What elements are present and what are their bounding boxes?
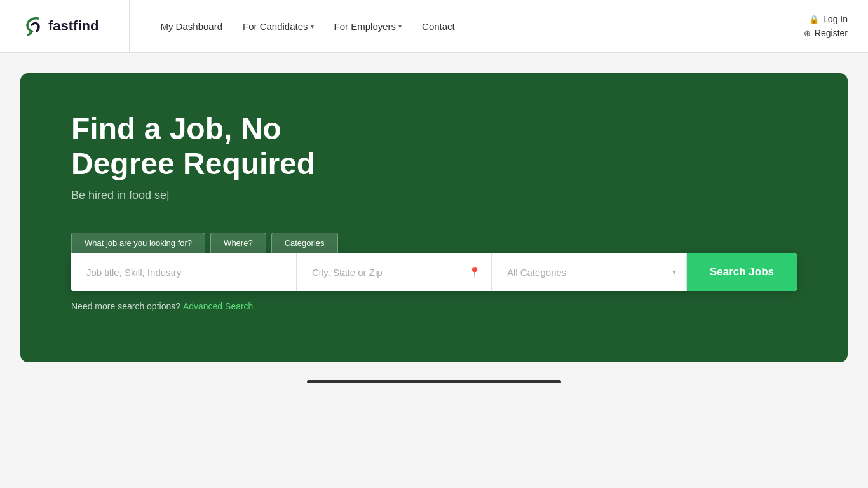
chevron-down-icon: ▾: [398, 23, 402, 30]
job-label: What job are you looking for?: [71, 233, 205, 253]
location-wrapper: 📍: [297, 253, 492, 291]
header-right: 🔒 Log In ⊕ Register: [783, 0, 848, 53]
advanced-search-link[interactable]: Advanced Search: [183, 301, 254, 311]
lock-icon: 🔒: [809, 15, 819, 24]
nav-menu: My Dashboard For Candidates ▾ For Employ…: [160, 21, 454, 32]
header: fastfind My Dashboard For Candidates ▾ F…: [0, 0, 868, 53]
nav-item-contact[interactable]: Contact: [422, 21, 455, 32]
hero-section: Find a Job, No Degree Required Be hired …: [20, 73, 848, 362]
category-select[interactable]: All Categories Food Service Retail Wareh…: [492, 254, 686, 290]
search-jobs-button[interactable]: Search Jobs: [687, 253, 797, 291]
register-link[interactable]: ⊕ Register: [804, 28, 848, 38]
category-label: Categories: [271, 233, 338, 253]
location-input[interactable]: [297, 254, 491, 290]
login-link[interactable]: 🔒 Log In: [809, 14, 848, 24]
logo-area: fastfind: [20, 0, 130, 53]
logo-text: fastfind: [48, 18, 98, 34]
scroll-indicator: [0, 372, 868, 383]
nav-item-dashboard[interactable]: My Dashboard: [160, 21, 222, 32]
nav-item-candidates[interactable]: For Candidates ▾: [243, 21, 314, 32]
location-label: Where?: [210, 233, 266, 253]
hero-subtitle: Be hired in food se|: [71, 189, 797, 202]
chevron-down-icon: ▾: [311, 23, 314, 30]
job-search-input[interactable]: [71, 253, 297, 291]
category-wrapper: All Categories Food Service Retail Wareh…: [492, 253, 687, 291]
logo-icon: [20, 15, 43, 37]
nav-item-employers[interactable]: For Employers ▾: [334, 21, 402, 32]
plus-circle-icon: ⊕: [804, 29, 811, 38]
advanced-search-row: Need more search options? Advanced Searc…: [71, 301, 797, 311]
header-left: fastfind My Dashboard For Candidates ▾ F…: [20, 0, 455, 53]
hero-title: Find a Job, No Degree Required: [71, 111, 389, 181]
search-labels: What job are you looking for? Where? Cat…: [71, 233, 797, 253]
search-bar: 📍 All Categories Food Service Retail War…: [71, 253, 797, 291]
scroll-bar: [307, 380, 561, 383]
